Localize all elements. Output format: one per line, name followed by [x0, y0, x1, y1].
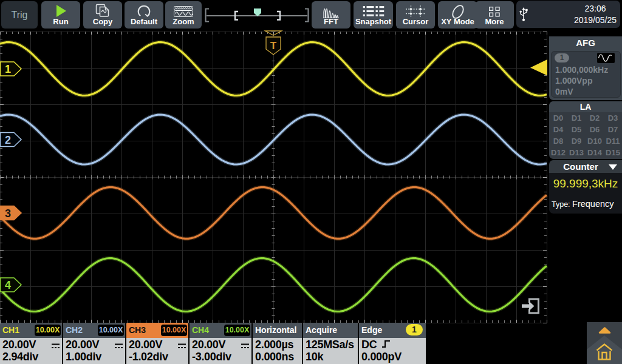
svg-text:3: 3	[5, 207, 11, 220]
svg-text:4: 4	[5, 279, 11, 291]
svg-text:1: 1	[5, 63, 11, 75]
svg-text:2: 2	[5, 134, 11, 146]
svg-text:T: T	[270, 40, 277, 52]
